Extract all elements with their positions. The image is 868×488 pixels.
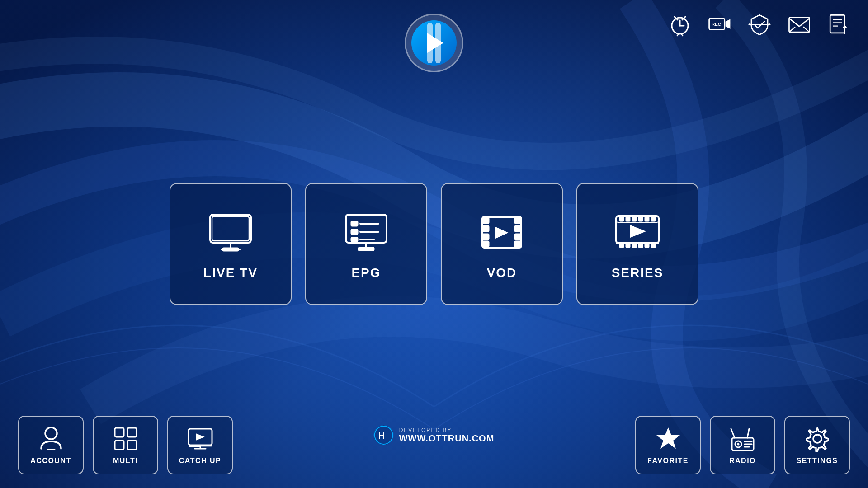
account-icon (38, 425, 65, 452)
radio-label: RADIO (729, 457, 756, 465)
svg-point-87 (813, 435, 821, 443)
svg-rect-49 (620, 217, 623, 221)
svg-rect-60 (645, 244, 649, 247)
live-tv-icon (206, 208, 255, 258)
series-label: SERIES (612, 266, 664, 280)
rec-icon: REC (704, 9, 735, 40)
svg-rect-38 (482, 218, 489, 223)
vpn-icon (744, 9, 775, 40)
series-card[interactable]: SERIES (576, 183, 698, 305)
svg-rect-59 (639, 244, 642, 247)
svg-line-15 (789, 27, 796, 32)
timer-button[interactable] (665, 9, 695, 40)
radio-icon (729, 425, 756, 452)
update-icon (824, 9, 854, 40)
svg-marker-46 (496, 228, 507, 238)
svg-rect-31 (351, 230, 358, 234)
svg-text:REC: REC (712, 22, 721, 27)
svg-text:H: H (378, 431, 385, 441)
bottom-bar: ACCOUNT MULTI (0, 416, 868, 474)
svg-rect-27 (223, 248, 238, 251)
dev-url: WWW.OTTRUN.COM (399, 433, 495, 444)
svg-line-16 (803, 27, 810, 32)
catch-up-button[interactable]: CATCH UP (167, 416, 233, 474)
app-logo (405, 14, 463, 72)
svg-marker-78 (656, 427, 680, 449)
svg-rect-66 (127, 428, 137, 437)
svg-marker-70 (196, 433, 205, 441)
svg-rect-29 (351, 221, 358, 226)
live-tv-card[interactable]: LIVE TV (170, 183, 292, 305)
svg-rect-44 (515, 234, 521, 239)
svg-rect-74 (189, 445, 201, 447)
svg-rect-61 (651, 244, 655, 247)
top-toolbar: REC (665, 9, 854, 40)
svg-rect-68 (127, 441, 137, 450)
svg-rect-24 (212, 216, 249, 241)
vod-icon (477, 208, 527, 258)
svg-rect-57 (626, 244, 630, 247)
svg-rect-42 (515, 218, 521, 223)
multi-label: MULTI (113, 457, 138, 465)
radio-button[interactable]: RADIO (710, 416, 775, 474)
msg-button[interactable] (784, 9, 815, 40)
svg-point-81 (737, 443, 739, 446)
multi-icon (112, 425, 139, 452)
svg-rect-36 (359, 248, 374, 250)
svg-marker-9 (726, 19, 731, 29)
settings-button[interactable]: SETTINGS (784, 416, 850, 474)
vod-label: VOD (487, 266, 517, 280)
svg-rect-67 (115, 441, 124, 450)
catch-up-icon (187, 425, 214, 452)
svg-rect-33 (351, 238, 358, 241)
timer-icon (665, 9, 695, 40)
vod-card[interactable]: VOD (441, 183, 563, 305)
svg-marker-22 (842, 25, 847, 28)
developer-credit: H DEVELOPED BY WWW.OTTRUN.COM (374, 425, 495, 445)
series-icon (613, 208, 662, 258)
svg-rect-50 (626, 217, 630, 221)
account-button[interactable]: ACCOUNT (18, 416, 84, 474)
vpn-button[interactable] (744, 9, 775, 40)
favorite-label: FAVORITE (647, 457, 689, 465)
svg-rect-23 (210, 215, 251, 243)
svg-line-86 (747, 429, 749, 438)
svg-point-63 (45, 427, 57, 439)
epg-card[interactable]: EPG (305, 183, 427, 305)
favorite-button[interactable]: FAVORITE (635, 416, 701, 474)
svg-rect-56 (620, 244, 623, 247)
catch-up-label: CATCH UP (179, 457, 221, 465)
favorite-icon (655, 425, 682, 452)
svg-rect-43 (515, 226, 521, 231)
account-label: ACCOUNT (30, 457, 71, 465)
svg-rect-40 (482, 234, 489, 239)
msg-icon (784, 9, 815, 40)
epg-icon (341, 208, 391, 258)
dev-prefix: DEVELOPED BY (399, 427, 495, 433)
settings-icon (804, 425, 831, 452)
bottom-right-group: FAVORITE RADIO (635, 416, 850, 474)
svg-rect-54 (651, 217, 655, 221)
live-tv-label: LIVE TV (203, 266, 258, 280)
svg-marker-62 (631, 226, 644, 237)
bottom-left-group: ACCOUNT MULTI (18, 416, 233, 474)
update-button[interactable] (824, 9, 854, 40)
svg-rect-51 (632, 217, 636, 221)
multi-button[interactable]: MULTI (93, 416, 158, 474)
dev-logo-icon: H (374, 425, 394, 445)
epg-label: EPG (351, 266, 381, 280)
svg-rect-17 (830, 15, 844, 33)
svg-rect-52 (639, 217, 642, 221)
main-menu: LIVE TV EPG (170, 183, 698, 305)
rec-button[interactable]: REC (704, 9, 735, 40)
svg-rect-45 (515, 241, 521, 247)
svg-rect-53 (645, 217, 649, 221)
dev-text: DEVELOPED BY WWW.OTTRUN.COM (399, 427, 495, 444)
svg-rect-41 (482, 241, 489, 247)
svg-marker-12 (748, 23, 750, 26)
svg-rect-65 (115, 428, 124, 437)
settings-label: SETTINGS (796, 457, 838, 465)
svg-rect-58 (632, 244, 636, 247)
svg-marker-13 (769, 23, 771, 26)
svg-rect-39 (482, 226, 489, 231)
